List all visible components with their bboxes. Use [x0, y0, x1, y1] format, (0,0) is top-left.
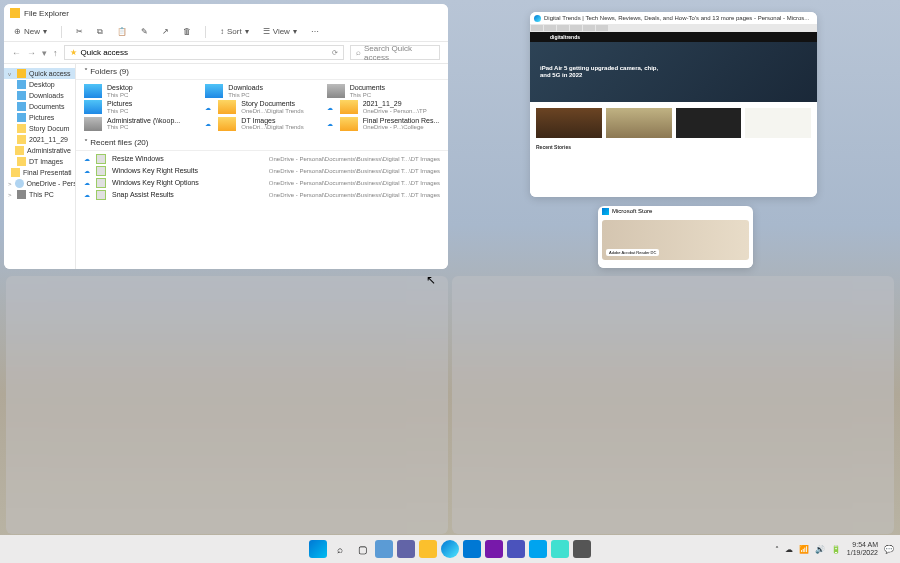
folder-2021-11-29[interactable]: ☁2021_11_29OneDrive - Person...\TP [327, 100, 440, 114]
chat-button[interactable] [397, 540, 415, 558]
star-icon: ★ [70, 48, 77, 57]
edge-taskbar-icon[interactable] [441, 540, 459, 558]
recent-file[interactable]: ☁Windows Key Right OptionsOneDrive - Per… [84, 177, 440, 189]
time-text: 9:54 AM [852, 541, 878, 549]
dt-card[interactable] [676, 108, 742, 138]
clock[interactable]: 9:54 AM 1/19/2022 [847, 541, 878, 556]
store-taskbar-icon[interactable] [529, 540, 547, 558]
notifications-icon[interactable]: 💬 [884, 545, 894, 554]
browser-tab[interactable] [583, 25, 595, 31]
browser-tab[interactable] [531, 25, 543, 31]
teams-taskbar-icon[interactable] [507, 540, 525, 558]
task-view-button[interactable]: ▢ [353, 540, 371, 558]
onedrive-tray-icon[interactable]: ☁ [785, 545, 793, 554]
file-explorer-window[interactable]: File Explorer ⊕ New ▾ ✂ ⧉ 📋 ✎ ↗ 🗑 ↕ Sort… [4, 4, 448, 269]
start-button[interactable] [309, 540, 327, 558]
sidebar-item-quick-access[interactable]: vQuick access [4, 68, 75, 79]
copy-button[interactable]: ⧉ [97, 27, 103, 37]
store-titlebar[interactable]: Microsoft Store [598, 206, 753, 216]
sidebar-item-this-pc[interactable]: >This PC [4, 189, 75, 200]
up-button[interactable]: ↑ [53, 48, 58, 58]
folder-documents[interactable]: DocumentsThis PC [327, 84, 440, 98]
snap-zone-bottom-right[interactable] [452, 276, 894, 534]
forward-button[interactable]: → [27, 48, 36, 58]
taskbar: ⌕ ▢ ˄ ☁ 📶 🔊 🔋 9:54 AM 1/19/2022 💬 [0, 535, 900, 563]
folder-desktop[interactable]: DesktopThis PC [84, 84, 197, 98]
titlebar[interactable]: File Explorer [4, 4, 448, 22]
wifi-icon[interactable]: 📶 [799, 545, 809, 554]
taskbar-center: ⌕ ▢ [309, 540, 591, 558]
edge-titlebar[interactable]: Digital Trends | Tech News, Reviews, Dea… [530, 12, 817, 24]
delete-button[interactable]: 🗑 [183, 27, 191, 36]
more-button[interactable]: ⋯ [311, 27, 319, 36]
store-content: Adobe Acrobat Reader DC [598, 220, 753, 268]
folder-pictures[interactable]: PicturesThis PC [84, 100, 197, 114]
folders-group-header[interactable]: ˅ Folders (9) [76, 64, 448, 80]
search-button[interactable]: ⌕ [331, 540, 349, 558]
chevron-up-icon[interactable]: ˄ [775, 545, 779, 554]
dt-card[interactable] [606, 108, 672, 138]
browser-tab[interactable] [544, 25, 556, 31]
edge-tab-strip [530, 24, 817, 32]
store-title: Microsoft Store [612, 208, 652, 214]
outlook-taskbar-icon[interactable] [463, 540, 481, 558]
volume-icon[interactable]: 🔊 [815, 545, 825, 554]
app-taskbar-icon-2[interactable] [573, 540, 591, 558]
recent-file[interactable]: ☁Snap Assist ResultsOneDrive - Personal\… [84, 189, 440, 201]
dt-site-header: digitaltrends [530, 32, 817, 42]
onenote-taskbar-icon[interactable] [485, 540, 503, 558]
edge-icon [534, 15, 541, 22]
recent-file[interactable]: ☁Resize WindowsOneDrive - Personal\Docum… [84, 153, 440, 165]
folder-story-documents[interactable]: ☁Story DocumentsOneDri...\Digital Trends [205, 100, 318, 114]
browser-tab[interactable] [557, 25, 569, 31]
sidebar-item-2021-11-29[interactable]: 2021_11_29 [4, 134, 75, 145]
dt-card[interactable] [745, 108, 811, 138]
folder-final-presentation-res-[interactable]: ☁Final Presentation Res...OneDrive - P..… [327, 117, 440, 131]
sidebar-item-story-docum[interactable]: Story Docum [4, 123, 75, 134]
address-bar[interactable]: ★ Quick access ⟳ [64, 45, 345, 60]
sidebar-item-pictures[interactable]: Pictures [4, 112, 75, 123]
recent-dropdown[interactable]: ▾ [42, 48, 47, 58]
widgets-button[interactable] [375, 540, 393, 558]
dt-card[interactable] [536, 108, 602, 138]
refresh-icon[interactable]: ⟳ [332, 49, 338, 57]
sidebar-item-onedrive-perso[interactable]: >OneDrive - Perso [4, 178, 75, 189]
store-icon [602, 208, 609, 215]
rename-button[interactable]: ✎ [141, 27, 148, 36]
store-app-badge: Adobe Acrobat Reader DC [606, 249, 659, 256]
sidebar-item-downloads[interactable]: Downloads [4, 90, 75, 101]
dt-hero-article[interactable]: iPad Air 5 getting upgraded camera, chip… [530, 42, 817, 102]
system-tray: ˄ ☁ 📶 🔊 🔋 9:54 AM 1/19/2022 💬 [775, 541, 894, 556]
folder-administrative-koop-[interactable]: Administrative (\\koop...This PC [84, 117, 197, 131]
snap-zone-bottom-left[interactable] [6, 276, 448, 534]
dt-logo[interactable]: digitaltrends [550, 34, 580, 40]
date-text: 1/19/2022 [847, 549, 878, 557]
store-hero[interactable]: Adobe Acrobat Reader DC [602, 220, 749, 260]
recent-file[interactable]: ☁Windows Key Right ResultsOneDrive - Per… [84, 165, 440, 177]
sidebar-item-final-presentati[interactable]: Final Presentati [4, 167, 75, 178]
browser-tab[interactable] [596, 25, 608, 31]
battery-icon[interactable]: 🔋 [831, 545, 841, 554]
folder-downloads[interactable]: DownloadsThis PC [205, 84, 318, 98]
sidebar-item-documents[interactable]: Documents [4, 101, 75, 112]
paste-button[interactable]: 📋 [117, 27, 127, 36]
sort-button[interactable]: ↕ Sort ▾ [220, 27, 249, 36]
search-icon: ⌕ [356, 48, 361, 57]
share-button[interactable]: ↗ [162, 27, 169, 36]
view-button[interactable]: ☰ View ▾ [263, 27, 297, 36]
recent-group-header[interactable]: ˅ Recent files (20) [76, 135, 448, 151]
explorer-taskbar-icon[interactable] [419, 540, 437, 558]
store-window-thumbnail[interactable]: Microsoft Store Adobe Acrobat Reader DC [598, 206, 753, 268]
back-button[interactable]: ← [12, 48, 21, 58]
new-button[interactable]: ⊕ New ▾ [14, 27, 47, 36]
folder-dt-images[interactable]: ☁DT ImagesOneDri...\Digital Trends [205, 117, 318, 131]
browser-tab[interactable] [570, 25, 582, 31]
sidebar-item-dt-images[interactable]: DT Images [4, 156, 75, 167]
app-taskbar-icon[interactable] [551, 540, 569, 558]
sidebar-item-administrative[interactable]: Administrative [4, 145, 75, 156]
edge-window-thumbnail[interactable]: Digital Trends | Tech News, Reviews, Dea… [530, 12, 817, 197]
sidebar-item-desktop[interactable]: Desktop [4, 79, 75, 90]
search-box[interactable]: ⌕ Search Quick access [350, 45, 440, 60]
cut-button[interactable]: ✂ [76, 27, 83, 36]
folder-icon [10, 8, 20, 18]
